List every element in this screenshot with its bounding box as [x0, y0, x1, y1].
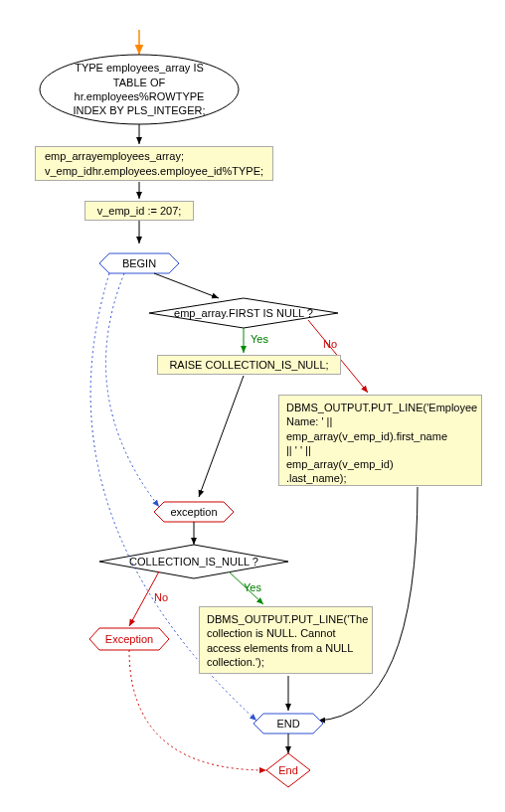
cond2-diamond: COLLECTION_IS_NULL ? — [114, 554, 273, 569]
cond2-no-label: No — [154, 591, 168, 603]
exception-hex: exception — [159, 504, 229, 520]
dbms-name-rect: DBMS_OUTPUT.PUT_LINE('Employee Name: ' |… — [278, 395, 482, 486]
assign-rect: v_emp_id := 207; — [84, 201, 194, 221]
var-decl-rect: emp_arrayemployees_array; v_emp_idhr.emp… — [35, 146, 273, 181]
end-hex: END — [260, 716, 316, 731]
begin-hex: BEGIN — [104, 255, 174, 271]
dbms-null-rect: DBMS_OUTPUT.PUT_LINE('The collection is … — [199, 606, 373, 674]
cond1-diamond: emp_array.FIRST IS NULL ? — [154, 305, 333, 321]
end-diamond: End — [270, 762, 306, 778]
type-decl-ellipse: TYPE employees_array IS TABLE OF hr.empl… — [50, 68, 229, 111]
cond2-yes-label: Yes — [244, 581, 261, 593]
cond1-no-label: No — [323, 338, 337, 350]
raise-rect: RAISE COLLECTION_IS_NULL; — [157, 355, 341, 375]
cond1-yes-label: Yes — [251, 333, 268, 345]
exception-red-hex: Exception — [94, 631, 164, 647]
